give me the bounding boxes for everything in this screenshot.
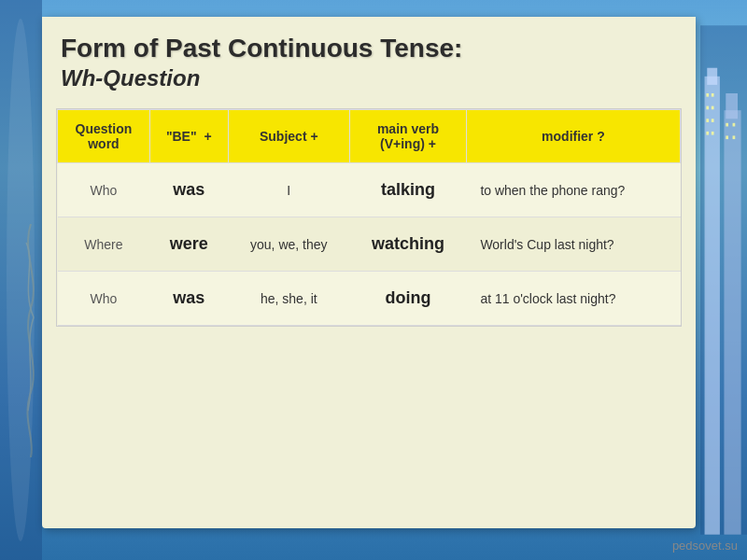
col-header-be: "BE" + (149, 110, 228, 163)
svg-rect-12 (712, 119, 714, 122)
cell-question-word: Where (58, 217, 150, 272)
table-row: Wherewereyou, we, theywatchingWorld's Cu… (58, 217, 681, 272)
cell-subject: I (228, 163, 350, 217)
svg-rect-15 (726, 123, 728, 127)
svg-rect-7 (706, 93, 709, 97)
col-header-modifier: modifier ? (466, 110, 680, 163)
svg-rect-3 (705, 77, 720, 535)
cell-mainverb: doing (350, 272, 467, 326)
page-title-line2: Wh-Question (61, 65, 677, 91)
col-header-question-word: Questionword (58, 110, 150, 163)
svg-rect-14 (712, 132, 714, 135)
grammar-table: Questionword "BE" + Subject + main verb(… (57, 109, 681, 326)
svg-rect-9 (706, 106, 709, 110)
svg-rect-8 (712, 93, 714, 97)
deco-right (700, 0, 747, 560)
watermark: pedsovet.su (672, 539, 738, 553)
svg-rect-10 (712, 106, 714, 110)
cell-subject: he, she, it (228, 272, 350, 326)
card-header: Form of Past Continuous Tense: Wh-Questi… (42, 17, 696, 101)
svg-rect-16 (733, 123, 736, 127)
table-header-row: Questionword "BE" + Subject + main verb(… (58, 110, 681, 163)
cell-mainverb: talking (350, 163, 467, 217)
svg-rect-18 (733, 135, 736, 139)
svg-rect-17 (726, 135, 728, 139)
col-header-mainverb: main verb(V+ing) + (350, 110, 467, 163)
table-body: WhowasItalkingto when the phone rang?Whe… (58, 163, 681, 326)
cell-modifier: to when the phone rang? (466, 163, 680, 217)
swirl-decoration (17, 224, 45, 457)
cell-modifier: at 11 o'clock last night? (466, 272, 680, 326)
main-card: Form of Past Continuous Tense: Wh-Questi… (42, 17, 696, 528)
cell-subject: you, we, they (228, 217, 350, 272)
cell-modifier: World's Cup last night? (466, 217, 680, 272)
table-row: WhowasItalkingto when the phone rang? (58, 163, 681, 217)
svg-rect-5 (724, 110, 740, 535)
grammar-table-container: Questionword "BE" + Subject + main verb(… (56, 108, 682, 327)
svg-rect-4 (707, 68, 717, 85)
cell-mainverb: watching (350, 217, 467, 272)
cell-question-word: Who (58, 163, 150, 217)
page-title-line1: Form of Past Continuous Tense: (61, 34, 677, 63)
cell-be: were (149, 217, 228, 272)
table-row: Whowashe, she, itdoingat 11 o'clock last… (58, 272, 681, 326)
svg-rect-13 (706, 132, 709, 135)
svg-rect-11 (706, 119, 709, 122)
svg-rect-6 (726, 93, 738, 119)
col-header-subject: Subject + (228, 110, 350, 163)
cell-be: was (149, 272, 228, 326)
cell-question-word: Who (58, 272, 150, 326)
cell-be: was (149, 163, 228, 217)
